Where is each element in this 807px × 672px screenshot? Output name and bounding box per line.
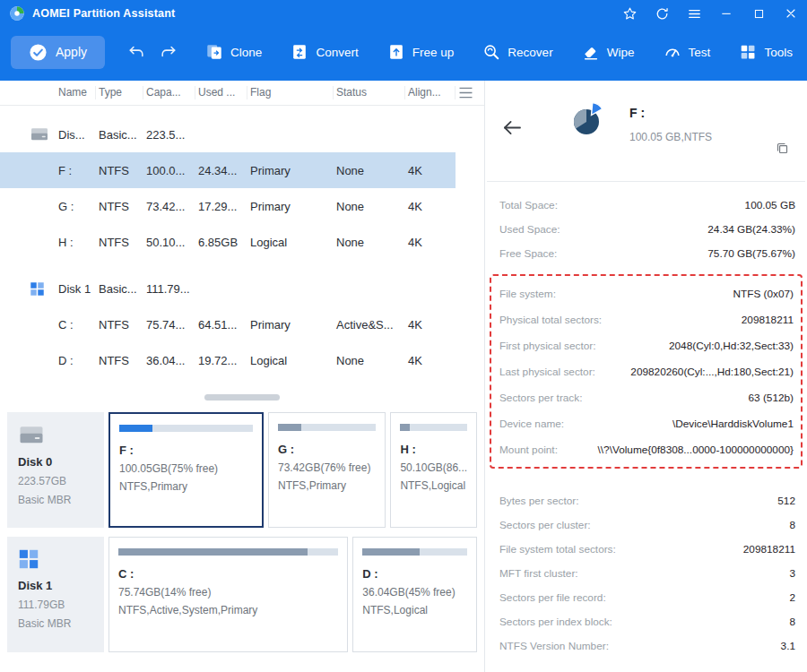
partition-box-f[interactable]: F :100.05GB(75% free)NTFS,Primary [108, 412, 264, 528]
cell-type: NTFS [96, 164, 143, 177]
column-header-type[interactable]: Type [96, 86, 143, 99]
app-window: AOMEI Partition Assistant Apply [0, 0, 807, 672]
detail-row-mft-first-cluster: MFT first cluster:3 [489, 561, 803, 585]
close-button[interactable] [775, 0, 807, 27]
copy-icon[interactable] [776, 142, 789, 155]
column-header-status[interactable]: Status [334, 86, 405, 99]
disk-size: 111.79GB [18, 599, 93, 611]
table-row-disk-1[interactable]: Disk 1Basic...111.79... [0, 271, 456, 306]
detail-pane: F : 100.05 GB,NTFS Total Space:100.05 GB… [485, 81, 807, 672]
usage-bar-fill [119, 425, 152, 432]
table-row-h[interactable]: H :NTFS50.10...6.85GBLogicalNone4K [0, 224, 456, 260]
toolbar-actions: CloneConvertFree upRecoverWipeTestTools [205, 43, 793, 61]
detail-row-ntfs-version-number: NTFS Version Number:3.1 [489, 633, 803, 658]
detail-row-first-physical-sector: First physical sector:2048(Cyl:0,Hd:32,S… [491, 332, 801, 358]
horizontal-scrollbar[interactable] [0, 394, 484, 401]
partition-box-d[interactable]: D :36.04GB(45% free)NTFS,Logical [352, 537, 477, 652]
convert-button[interactable]: Convert [291, 43, 358, 61]
detail-value: 3.1 [781, 640, 795, 652]
tools-button[interactable]: Tools [739, 43, 793, 61]
detail-label: First physical sector: [499, 340, 596, 352]
recover-button[interactable]: Recover [482, 43, 552, 61]
detail-value: NTFS (0x07) [733, 288, 794, 300]
usage-bar-fill [362, 548, 420, 556]
clone-button[interactable]: Clone [205, 43, 262, 61]
detail-row-physical-total-sectors: Physical total sectors:209818211 [491, 306, 801, 332]
partition-name: G : [278, 443, 376, 456]
partition-detail: 36.04GB(45% free) [362, 586, 467, 599]
pie-chart-icon [568, 100, 610, 138]
partition-box-h[interactable]: H :50.10GB(86...NTFS,Logical [390, 412, 477, 528]
cell-flag: Primary [247, 318, 334, 332]
detail-label: Physical total sectors: [499, 314, 602, 326]
menu-icon[interactable] [678, 0, 710, 27]
ssd-icon [25, 281, 56, 297]
detail-value: 8 [789, 616, 795, 628]
star-icon[interactable] [613, 0, 646, 27]
disk-info-disk-0[interactable]: Disk 0223.57GBBasic MBR [7, 412, 104, 528]
table-row-c[interactable]: C :NTFS75.74...64.51...PrimaryActive&S..… [0, 306, 456, 342]
table-row-g[interactable]: G :NTFS73.42...17.29...PrimaryNone4K [0, 188, 456, 224]
column-header-name[interactable]: Name [56, 86, 96, 99]
column-header-used[interactable]: Used ... [195, 86, 247, 99]
redo-icon[interactable] [160, 44, 177, 61]
main-content: NameTypeCapa...Used ...FlagStatusAlign..… [0, 81, 807, 672]
table-row-dis[interactable]: Dis...Basic...223.5... [0, 116, 456, 152]
partition-box-c[interactable]: C :75.74GB(14% free)NTFS,Active,System,P… [108, 537, 348, 652]
column-header-capa[interactable]: Capa... [143, 86, 195, 99]
detail-row-free-space: Free Space:75.70 GB(75.67%) [489, 241, 803, 265]
scrollbar-thumb[interactable] [204, 394, 280, 401]
detail-value: 3 [789, 567, 795, 580]
free-up-button[interactable]: Free up [387, 43, 455, 61]
detail-label: Total Space: [499, 199, 558, 211]
minimize-button[interactable] [710, 0, 742, 27]
header-icon-spacer [25, 86, 56, 99]
cell-align: 4K [405, 354, 456, 367]
column-options-icon[interactable] [458, 87, 473, 101]
wipe-icon [582, 43, 600, 61]
detail-value: 100.05 GB [745, 199, 795, 211]
detail-label: MFT first cluster: [499, 567, 578, 580]
maximize-button[interactable] [742, 0, 775, 27]
extra-details: Bytes per sector:512Sectors per cluster:… [485, 478, 807, 658]
cell-status: None [334, 200, 405, 213]
apply-button[interactable]: Apply [11, 36, 105, 69]
detail-value: \\?\Volume{0f8308...0000-100000000000} [598, 444, 794, 456]
usage-bar [278, 424, 376, 431]
partition-detail: 75.74GB(14% free) [118, 586, 338, 599]
history-controls [128, 44, 177, 61]
back-arrow-icon[interactable] [503, 120, 522, 135]
disk-panel-disk-1: Disk 1111.79GBBasic MBRC :75.74GB(14% fr… [7, 537, 477, 652]
detail-value: \Device\HarddiskVolume1 [672, 418, 794, 430]
partition-title: F : [629, 106, 712, 120]
disk-panel-disk-0: Disk 0223.57GBBasic MBRF :100.05GB(75% f… [7, 412, 477, 528]
free-up-label: Free up [412, 46, 455, 59]
wipe-button[interactable]: Wipe [582, 43, 635, 61]
table-row-f[interactable]: F :NTFS100.0...24.34...PrimaryNone4K [0, 152, 456, 188]
hdd-icon [25, 126, 56, 142]
cell-type: NTFS [96, 354, 143, 367]
ssd-icon [18, 548, 93, 573]
table-header: NameTypeCapa...Used ...FlagStatusAlign..… [0, 81, 484, 106]
test-button[interactable]: Test [664, 43, 711, 61]
titlebar: AOMEI Partition Assistant [0, 0, 807, 27]
column-header-align[interactable]: Align... [405, 86, 456, 99]
partition-box-g[interactable]: G :73.42GB(76% free)NTFS,Primary [268, 412, 386, 528]
window-title: AOMEI Partition Assistant [32, 7, 175, 20]
undo-icon[interactable] [128, 44, 145, 61]
cell-name: G : [56, 200, 96, 213]
cell-capacity: 223.5... [143, 128, 195, 142]
detail-value: 8 [789, 519, 795, 531]
sync-icon[interactable] [646, 0, 678, 27]
partition-subtitle: 100.05 GB,NTFS [629, 131, 712, 143]
detail-row-total-space: Total Space:100.05 GB [489, 193, 803, 217]
detail-value: 209818211 [742, 314, 794, 326]
detail-row-last-physical-sector: Last physical sector:209820260(Cyl:...,H… [491, 358, 801, 384]
disk-info-disk-1[interactable]: Disk 1111.79GBBasic MBR [7, 537, 104, 652]
table-row-d[interactable]: D :NTFS36.04...19.72...LogicalNone4K [0, 342, 456, 378]
detail-label: Sectors per track: [499, 392, 582, 404]
hdd-icon [18, 424, 93, 450]
usage-bar-fill [400, 424, 409, 431]
column-header-flag[interactable]: Flag [247, 86, 334, 99]
tools-label: Tools [764, 46, 793, 59]
